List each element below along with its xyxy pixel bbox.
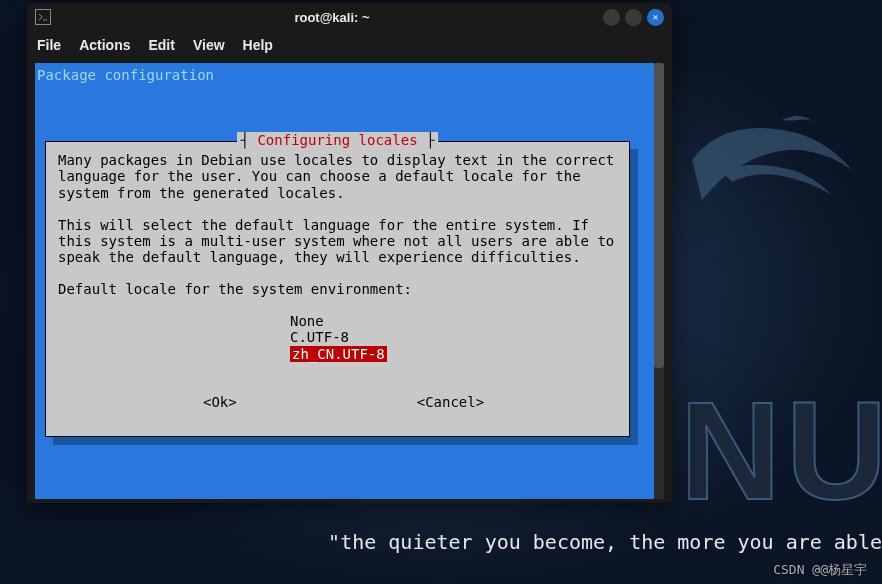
locale-options-list: None C.UTF-8 zh_CN.UTF-8: [290, 313, 617, 361]
close-button[interactable]: [647, 9, 664, 26]
terminal-area[interactable]: Package configuration ┤ Configuring loca…: [27, 59, 672, 503]
menu-edit[interactable]: Edit: [148, 37, 174, 53]
dialog-title-container: ┤ Configuring locales ├: [237, 132, 439, 148]
window-titlebar[interactable]: root@kali: ~: [27, 3, 672, 31]
dialog-prompt: Default locale for the system environmen…: [58, 281, 617, 297]
menu-file[interactable]: File: [37, 37, 61, 53]
terminal-content: Package configuration ┤ Configuring loca…: [35, 63, 654, 499]
terminal-scrollbar[interactable]: [654, 63, 664, 499]
window-title: root@kali: ~: [61, 10, 603, 25]
cancel-button[interactable]: <Cancel>: [417, 394, 484, 410]
dialog-paragraph-2: This will select the default language fo…: [58, 217, 617, 265]
wallpaper-quote: "the quieter you become, the more you ar…: [328, 530, 882, 554]
menu-view[interactable]: View: [193, 37, 225, 53]
menu-bar: File Actions Edit View Help: [27, 31, 672, 59]
watermark-text: CSDN @@杨星宇: [773, 561, 867, 579]
terminal-icon: [35, 9, 51, 25]
ok-button[interactable]: <Ok>: [203, 394, 237, 410]
scrollbar-thumb[interactable]: [654, 63, 664, 368]
menu-help[interactable]: Help: [243, 37, 273, 53]
minimize-button[interactable]: [603, 9, 620, 26]
dialog-paragraph-1: Many packages in Debian use locales to d…: [58, 152, 617, 200]
terminal-window: root@kali: ~ File Actions Edit View Help…: [27, 3, 672, 503]
locale-option-none[interactable]: None: [290, 313, 617, 329]
menu-actions[interactable]: Actions: [79, 37, 130, 53]
configuring-locales-dialog: ┤ Configuring locales ├ Many packages in…: [45, 141, 630, 436]
package-config-header: Package configuration: [35, 67, 654, 83]
locale-option-cutf8[interactable]: C.UTF-8: [290, 329, 617, 345]
kali-dragon-logo: [662, 80, 862, 280]
locale-option-zhcn-selected[interactable]: zh_CN.UTF-8: [290, 346, 387, 362]
maximize-button[interactable]: [625, 9, 642, 26]
dialog-title: Configuring locales: [257, 132, 417, 148]
